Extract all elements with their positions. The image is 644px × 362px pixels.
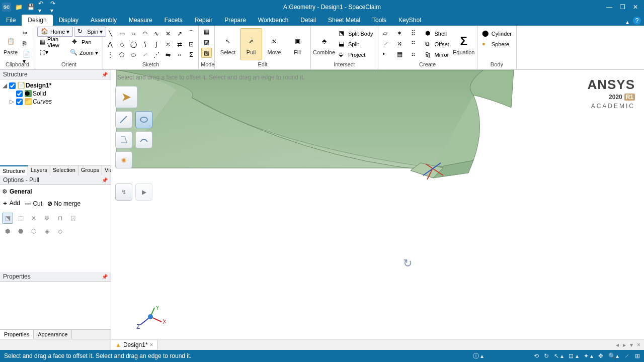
line-tool[interactable]: ╲ (105, 29, 115, 39)
folder-icon[interactable]: 📁 (14, 3, 23, 12)
slot-tool[interactable]: ⬭ (128, 50, 138, 60)
point-create-button[interactable]: • (380, 50, 393, 60)
tab-properties[interactable]: Properties (0, 330, 34, 339)
save-icon[interactable]: 💾 (26, 3, 35, 12)
polyline-tool[interactable]: ⋀ (105, 39, 115, 49)
status-nav-1[interactable]: ⟲ (534, 352, 539, 359)
undo-icon[interactable]: ↶ ▾ (38, 3, 47, 12)
formula-tool[interactable]: Σ (186, 50, 196, 60)
opt-tool-10[interactable]: ◈ (41, 226, 52, 237)
pin-icon[interactable]: 📌 (102, 72, 108, 77)
offset-tool[interactable]: ⇄ (175, 39, 185, 49)
tree-solid-check[interactable] (16, 90, 23, 97)
pan-button[interactable]: ✥Pan (69, 37, 101, 47)
trim-tool[interactable]: ✕ (163, 29, 173, 39)
redo-icon[interactable]: ↷ ▾ (50, 3, 59, 12)
status-nav-4[interactable]: ⊡ ▴ (569, 352, 578, 359)
menu-design[interactable]: Design (22, 15, 52, 26)
tree-collapse-icon[interactable]: ◢ (2, 82, 7, 89)
rect-tool[interactable]: ▭ (117, 29, 127, 39)
opt-tool-7[interactable]: ⬢ (2, 226, 13, 237)
menu-workbench[interactable]: Workbench (252, 15, 294, 26)
opt-tool-11[interactable]: ◇ (54, 226, 65, 237)
close-button[interactable]: ✕ (631, 4, 640, 11)
axis-button[interactable]: ⟋ (380, 39, 393, 49)
split-tool[interactable]: ⤫ (163, 39, 173, 49)
move-button[interactable]: ⤪Move (263, 28, 285, 60)
paste-small-button[interactable]: 📄▾ (20, 50, 33, 60)
status-nav-7[interactable]: 🔍▴ (608, 352, 619, 359)
project-tool[interactable]: ⊡ (186, 39, 196, 49)
tangent-tool[interactable]: ⟋ (140, 50, 150, 60)
view-button[interactable]: ⬚▾ (37, 48, 66, 58)
tree-root-check[interactable] (9, 82, 16, 89)
plane-button[interactable]: ▱ (380, 29, 393, 39)
pull-button[interactable]: ⇗Pull (240, 28, 262, 60)
copy-button[interactable]: ⎘ (20, 39, 33, 49)
menu-prepare[interactable]: Prepare (218, 15, 252, 26)
vp-tool-face[interactable] (135, 111, 152, 128)
vp-tool-7[interactable]: ▶ (135, 184, 152, 201)
arc-tool[interactable]: ◠ (140, 29, 150, 39)
paste-button[interactable]: 📋 Paste (2, 28, 19, 60)
tree-root-label[interactable]: Design1* (26, 82, 51, 89)
zoom-button[interactable]: 🔍Zoom▾ (67, 48, 101, 58)
tab-groups[interactable]: Groups (78, 165, 102, 175)
spin-button[interactable]: ↻Spin▾ (74, 27, 106, 37)
structure-tree[interactable]: ◢ 📄 Design1* ⬢ Solid ▷ 📁 Curves (0, 79, 111, 165)
split-button[interactable]: ⬓Split (336, 39, 376, 49)
spline-tool[interactable]: ∿ (151, 29, 162, 39)
select-button[interactable]: ↖Select (217, 28, 239, 60)
tab-next-icon[interactable]: ▸ (621, 341, 627, 348)
menu-keyshot[interactable]: KeyShot (392, 15, 427, 26)
orientation-triad[interactable]: X Y Z (135, 306, 166, 331)
tab-appearance[interactable]: Appearance (34, 330, 72, 339)
menu-tools[interactable]: Tools (366, 15, 392, 26)
opt-tool-6[interactable]: ⍓ (67, 213, 78, 224)
polygon-tool[interactable]: ⬠ (117, 50, 127, 60)
vp-tool-5[interactable]: ◉ (115, 151, 132, 168)
cylinder-button[interactable]: ⬤Cylinder (479, 29, 514, 39)
tree-curves-label[interactable]: Curves (33, 98, 52, 105)
split-body-button[interactable]: ⬔Split Body (336, 29, 376, 39)
pin-icon[interactable]: 📌 (102, 177, 108, 183)
tab-menu-icon[interactable]: ▾ (628, 341, 634, 348)
cut-option[interactable]: — Cut (25, 200, 42, 207)
opt-tool-2[interactable]: ⬚ (15, 213, 26, 224)
help-icon[interactable]: ? (633, 17, 641, 25)
combine-button[interactable]: ⬘Combine (313, 28, 335, 60)
maximize-button[interactable]: ❐ (618, 4, 627, 11)
opt-tool-9[interactable]: ⬡ (28, 226, 39, 237)
vp-tool-3[interactable] (115, 131, 132, 148)
extend-tool[interactable]: ↗ (175, 29, 185, 39)
vp-select-tool[interactable]: ➤ (115, 86, 137, 108)
menu-measure[interactable]: Measure (123, 15, 158, 26)
opt-tool-8[interactable]: ⬣ (15, 226, 26, 237)
square-tool[interactable]: ◇ (117, 39, 127, 49)
home-button[interactable]: 🏠Home▾ (37, 27, 73, 37)
sphere-button[interactable]: ●Sphere (479, 39, 514, 49)
vp-tool-4[interactable] (135, 131, 152, 148)
equation-button[interactable]: ΣEquation (453, 28, 475, 60)
doc-tab-design1[interactable]: ▲ Design1* × (111, 340, 158, 349)
fillet-tool[interactable]: ⌒ (186, 29, 196, 39)
opt-tool-1[interactable]: ⬔ (2, 213, 13, 224)
offset-button[interactable]: ⧉Offset (423, 39, 452, 49)
shell-button[interactable]: ⬢Shell (423, 29, 452, 39)
opt-tool-5[interactable]: ⊓ (54, 213, 65, 224)
tree-expand-icon[interactable]: ▷ (9, 98, 14, 105)
mode-section-button[interactable]: ▧ (201, 48, 212, 58)
menu-display[interactable]: Display (53, 15, 85, 26)
pin-icon[interactable]: 📌 (102, 274, 108, 280)
cut-button[interactable]: ✂ (20, 29, 33, 39)
opt-tool-4[interactable]: ⟱ (41, 213, 52, 224)
fill-button[interactable]: ▣Fill (286, 28, 308, 60)
project-button[interactable]: ⬙Project (336, 50, 376, 60)
construction-tool[interactable]: ⋰ (151, 50, 162, 60)
mirror-tool[interactable]: ⇋ (163, 50, 173, 60)
point-tool[interactable]: ⋮ (105, 50, 115, 60)
menu-assembly[interactable]: Assembly (85, 15, 123, 26)
grid-button[interactable]: ▦ (394, 50, 408, 60)
minimize-button[interactable]: — (605, 4, 614, 11)
menu-detail[interactable]: Detail (294, 15, 322, 26)
